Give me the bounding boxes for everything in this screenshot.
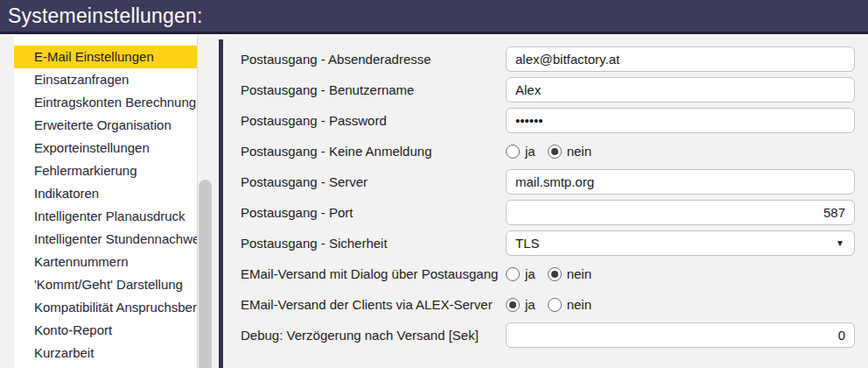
field-label: Postausgang - Password	[241, 113, 506, 128]
form-row: Postausgang - Keine Anmeldung ja nein	[241, 136, 868, 166]
radio-nein[interactable]	[548, 267, 562, 281]
sidebar-scrollbar-thumb[interactable]	[199, 180, 212, 368]
radio-nein-label[interactable]: nein	[567, 266, 592, 281]
form-row: Postausgang - Server	[241, 166, 868, 197]
field-label: Postausgang - Absenderadresse	[241, 52, 506, 67]
sidebar-item-kommt-geht-darstellung[interactable]: 'Kommt/Geht' Darstellung	[14, 273, 197, 296]
field-label: Postausgang - Server	[241, 174, 506, 189]
password-input[interactable]	[506, 108, 855, 133]
form-row: Postausgang - Port	[241, 197, 868, 228]
field-label: EMail-Versand mit Dialog über Postausgan…	[241, 266, 506, 281]
sicherheit-select-value: TLS	[515, 236, 540, 251]
radio-ja-label[interactable]: ja	[525, 297, 536, 312]
sidebar-item-fehlermarkierung[interactable]: Fehlermarkierung	[14, 159, 197, 182]
field-label: EMail-Versand der Clients via ALEX-Serve…	[241, 297, 506, 312]
field-label: Debug: Verzögerung nach Versand [Sek]	[241, 328, 506, 343]
keine-anmeldung-radio-group: ja nein	[506, 144, 592, 159]
field-label: Postausgang - Benutzername	[241, 82, 506, 97]
sidebar: E-Mail Einstellungen Einsatzanfragen Ein…	[14, 35, 198, 368]
form-row: EMail-Versand der Clients via ALEX-Serve…	[241, 289, 868, 320]
sidebar-item-kompatibilitaet-anspruchsberechnung[interactable]: Kompatibilität Anspruchsber	[14, 296, 197, 319]
page-header: Systemeinstellungen:	[0, 0, 868, 34]
form-row: EMail-Versand mit Dialog über Postausgan…	[241, 258, 868, 289]
sidebar-item-eintragskonten-berechnung[interactable]: Eintragskonten Berechnung	[14, 91, 197, 114]
form-row: Postausgang - Password	[241, 105, 868, 136]
sidebar-item-einsatzanfragen[interactable]: Einsatzanfragen	[14, 68, 197, 91]
sidebar-item-indikatoren[interactable]: Indikatoren	[14, 182, 197, 205]
sidebar-item-email-einstellungen[interactable]: E-Mail Einstellungen	[14, 46, 197, 68]
field-label: Postausgang - Keine Anmeldung	[241, 144, 506, 159]
form-row: Postausgang - Absenderadresse	[241, 44, 868, 74]
radio-ja[interactable]	[506, 145, 520, 159]
dialog-versand-radio-group: ja nein	[506, 266, 592, 281]
dropdown-arrow-icon: ▼	[836, 239, 844, 248]
field-label: Postausgang - Sicherheit	[241, 236, 506, 251]
radio-nein[interactable]	[548, 298, 562, 312]
email-settings-form: Postausgang - Absenderadresse Postausgan…	[223, 35, 868, 368]
radio-ja-label[interactable]: ja	[525, 266, 536, 281]
radio-nein[interactable]	[548, 145, 562, 159]
absenderadresse-input[interactable]	[506, 46, 855, 72]
debug-verzoegerung-input[interactable]	[506, 322, 855, 348]
sidebar-item-konto-report[interactable]: Konto-Report	[14, 319, 197, 342]
form-row: Postausgang - Sicherheit TLS ▼	[241, 228, 868, 258]
radio-ja[interactable]	[506, 267, 520, 281]
form-row: Postausgang - Benutzername	[241, 74, 868, 105]
sidebar-item-kurzarbeit[interactable]: Kurzarbeit	[14, 342, 197, 364]
systemeinstellungen-window: Systemeinstellungen: E-Mail Einstellunge…	[0, 0, 868, 368]
server-input[interactable]	[506, 169, 855, 195]
field-label: Postausgang - Port	[241, 205, 506, 220]
radio-nein-label[interactable]: nein	[567, 297, 592, 312]
radio-ja[interactable]	[506, 298, 520, 312]
sicherheit-select[interactable]: TLS ▼	[506, 230, 855, 256]
sidebar-item-erweiterte-organisation[interactable]: Erweiterte Organisation	[14, 114, 197, 137]
sidebar-item-exporteinstellungen[interactable]: Exporteinstellungen	[14, 137, 197, 159]
form-row: Debug: Verzögerung nach Versand [Sek]	[241, 320, 868, 350]
radio-ja-label[interactable]: ja	[525, 144, 536, 159]
sidebar-item-kartennummern[interactable]: Kartennummern	[14, 251, 197, 273]
benutzername-input[interactable]	[506, 77, 855, 103]
sidebar-item-intelligenter-planausdruck[interactable]: Intelligenter Planausdruck	[14, 205, 197, 228]
page-title: Systemeinstellungen:	[8, 4, 203, 28]
alex-server-versand-radio-group: ja nein	[506, 297, 592, 312]
sidebar-item-intelligenter-stundennachweis[interactable]: Intelligenter Stundennachwe	[14, 228, 197, 251]
radio-nein-label[interactable]: nein	[567, 144, 592, 159]
port-input[interactable]	[506, 200, 855, 225]
